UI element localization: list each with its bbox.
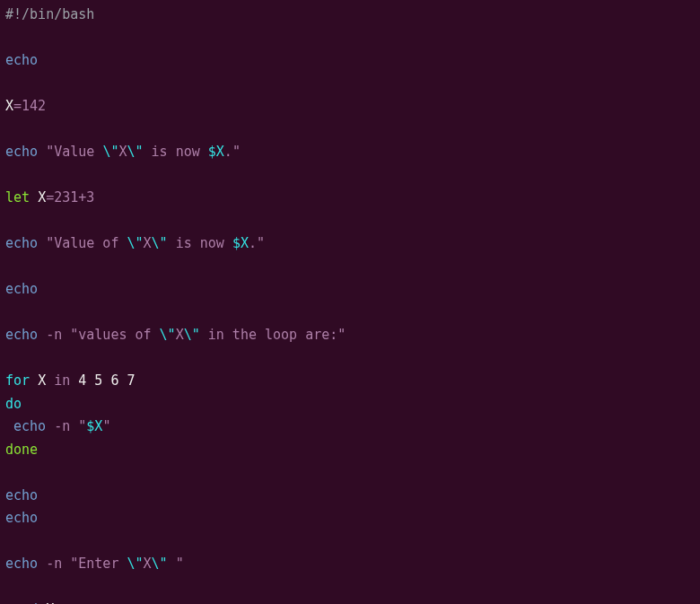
flag-n: -n xyxy=(46,327,62,343)
escape-quote: \" xyxy=(127,235,143,251)
let-cmd: let xyxy=(5,189,30,206)
string-text: is now xyxy=(168,235,232,251)
echo-cmd: echo xyxy=(5,144,38,160)
var-ref: $X xyxy=(86,418,102,434)
string-literal: "Value of \"X\" is now $X." xyxy=(46,235,265,251)
quote: " xyxy=(70,327,78,343)
assign-op: = xyxy=(46,189,54,206)
var-x: X xyxy=(38,372,46,389)
let-expr: 231+3 xyxy=(54,189,94,206)
in-kw: in xyxy=(54,372,70,389)
var-ref: $X xyxy=(232,235,249,251)
string-literal: "values of \"X\" in the loop are:" xyxy=(70,327,346,343)
quote: " xyxy=(46,144,54,160)
echo-cmd: echo xyxy=(5,235,38,251)
assign-op: = xyxy=(13,98,22,114)
for-kw: for xyxy=(5,372,30,389)
loop-values: 4 5 6 7 xyxy=(78,372,135,389)
string-text: in the loop are: xyxy=(200,327,338,343)
string-literal: "Value \"X\" is now $X." xyxy=(46,144,241,160)
string-text: X xyxy=(144,235,152,251)
flag-n: -n xyxy=(54,418,70,434)
string-text: values of xyxy=(78,327,159,343)
escape-quote: \" xyxy=(160,327,176,343)
echo-cmd: echo xyxy=(5,556,38,572)
done-kw: done xyxy=(5,442,38,458)
string-literal: "$X" xyxy=(78,418,110,434)
string-text: is now xyxy=(144,144,208,160)
quote: " xyxy=(46,235,54,251)
var-ref: $X xyxy=(208,144,224,160)
escape-quote: \" xyxy=(127,144,143,160)
quote: " xyxy=(257,235,265,251)
echo-cmd: echo xyxy=(5,281,38,297)
echo-cmd: echo xyxy=(5,510,38,526)
string-text: . xyxy=(224,144,232,160)
quote: " xyxy=(102,418,110,434)
var-x: X xyxy=(5,98,13,114)
quote: " xyxy=(337,327,346,343)
string-text: Enter xyxy=(78,556,127,572)
string-text: Value of xyxy=(54,235,127,251)
echo-cmd: echo xyxy=(5,487,38,503)
string-text: Value xyxy=(54,144,102,160)
string-text: . xyxy=(249,235,257,251)
quote: " xyxy=(232,144,241,160)
flag-n: -n xyxy=(46,556,62,572)
escape-quote: \" xyxy=(102,144,118,160)
shebang-line: #!/bin/bash xyxy=(5,6,94,22)
escape-quote: \" xyxy=(184,327,200,343)
string-literal: "Enter \"X\" " xyxy=(70,556,183,572)
string-text: X xyxy=(144,556,152,572)
var-x: X xyxy=(38,189,46,206)
quote: " xyxy=(70,556,78,572)
bash-script: #!/bin/bash echo X=142 echo "Value \"X\"… xyxy=(0,0,700,604)
echo-cmd: echo xyxy=(5,327,38,343)
escape-quote: \" xyxy=(152,235,168,251)
do-kw: do xyxy=(5,396,22,412)
string-text: X xyxy=(176,327,184,343)
string-text xyxy=(168,556,176,572)
escape-quote: \" xyxy=(127,556,143,572)
quote: " xyxy=(78,418,86,434)
echo-cmd: echo xyxy=(5,52,38,68)
literal-142: 142 xyxy=(22,98,46,114)
quote: " xyxy=(176,556,184,572)
escape-quote: \" xyxy=(152,556,168,572)
echo-cmd: echo xyxy=(13,418,46,434)
